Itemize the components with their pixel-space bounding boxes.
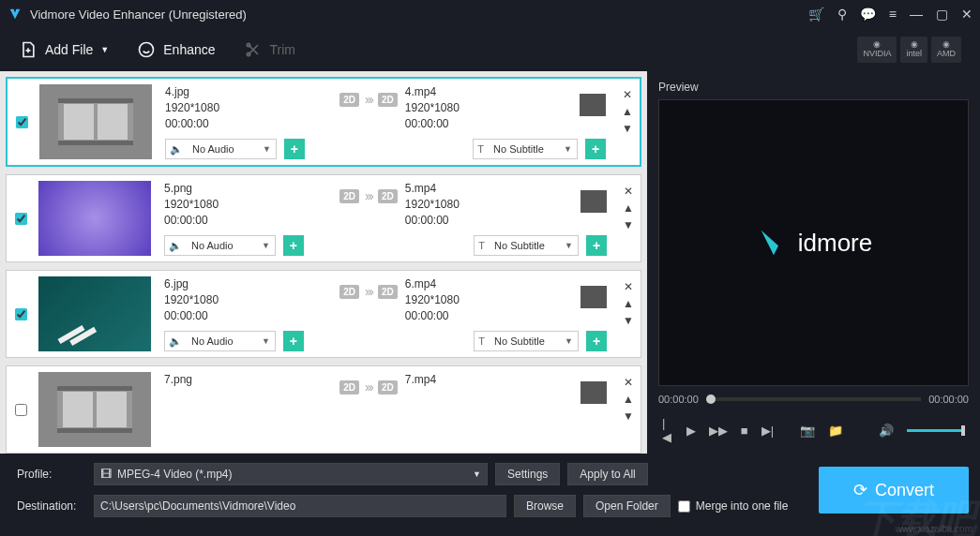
app-logo-icon (8, 7, 23, 22)
add-audio-button[interactable]: + (283, 331, 304, 351)
profile-value: MPEG-4 Video (*.mp4) (117, 468, 233, 481)
subtitle-icon: T (475, 240, 489, 251)
merge-checkbox-input[interactable] (678, 500, 690, 513)
timeline-row: 00:00:00 00:00:00 (658, 394, 969, 405)
settings-button[interactable]: Settings (495, 463, 560, 485)
menu-icon[interactable]: ≡ (889, 7, 897, 22)
item-checkbox[interactable] (15, 308, 27, 320)
arrow-icon: ››› (365, 380, 372, 395)
move-up-icon[interactable]: ▲ (623, 201, 634, 215)
playback-controls: |◀ ▶ ▶▶ ■ ▶| 📷 📁 🔊 (658, 416, 969, 444)
snapshot-icon[interactable]: 📷 (800, 424, 815, 438)
add-subtitle-button[interactable]: + (586, 235, 607, 256)
item-thumbnail (38, 276, 151, 351)
badge-2d-dest: 2D (378, 93, 398, 107)
add-audio-button[interactable]: + (283, 235, 304, 256)
remove-item-icon[interactable]: ✕ (623, 88, 632, 101)
subtitle-value: No Subtitle (489, 335, 560, 347)
conversion-indicator: 2D ››› 2D (339, 276, 398, 299)
preview-panel: Preview idmore 00:00:00 00:00:00 |◀ ▶ ▶▶… (647, 71, 980, 454)
timeline-slider[interactable] (706, 397, 921, 401)
minimize-icon[interactable]: — (910, 7, 923, 22)
list-item[interactable]: 6.jpg 1920*1080 00:00:00 2D ››› 2D 6.mp4… (6, 270, 641, 358)
prev-icon[interactable]: |◀ (662, 416, 673, 444)
add-file-icon (19, 40, 38, 59)
remove-item-icon[interactable]: ✕ (624, 185, 633, 198)
move-down-icon[interactable]: ▼ (623, 314, 634, 327)
conversion-indicator: 2D ››› 2D (339, 181, 398, 203)
play-icon[interactable]: ▶ (686, 424, 696, 438)
trim-icon (244, 40, 263, 59)
folder-icon[interactable]: 📁 (828, 424, 843, 438)
audio-dropdown[interactable]: 🔈 No Audio ▼ (164, 235, 276, 256)
audio-dropdown[interactable]: 🔈 No Audio ▼ (164, 331, 276, 351)
cart-icon[interactable]: 🛒 (808, 7, 824, 22)
item-checkbox[interactable] (16, 116, 28, 128)
subtitle-value: No Subtitle (489, 240, 560, 251)
destination-input[interactable]: C:\Users\pc\Documents\Vidmore\Video (94, 495, 506, 517)
dest-filename: 7.mp4 (405, 372, 573, 388)
svg-rect-4 (64, 104, 94, 140)
chevron-down-icon: ▼ (258, 144, 276, 154)
move-down-icon[interactable]: ▼ (623, 409, 634, 423)
list-item[interactable]: 7.png 2D ››› 2D 7.mp4 ✕ ▲ (6, 365, 641, 454)
subtitle-dropdown[interactable]: T No Subtitle ▼ (474, 235, 579, 256)
window-title: Vidmore Video Enhancer (Unregistered) (30, 7, 808, 22)
fast-forward-icon[interactable]: ▶▶ (709, 424, 728, 438)
profile-select[interactable]: 🎞 MPEG-4 Video (*.mp4) ▼ (94, 463, 488, 485)
key-icon[interactable]: ⚲ (837, 7, 847, 22)
source-filename: 7.png (164, 372, 332, 388)
open-folder-button[interactable]: Open Folder (583, 495, 671, 517)
dest-info: 6.mp4 1920*1080 00:00:00 (405, 276, 573, 323)
move-up-icon[interactable]: ▲ (622, 105, 633, 118)
source-resolution: 1920*1080 (165, 100, 332, 116)
item-info: 4.jpg 1920*1080 00:00:00 2D ››› 2D 4.mp4… (156, 79, 615, 165)
move-up-icon[interactable]: ▲ (623, 297, 634, 310)
item-checkbox[interactable] (15, 213, 27, 225)
remove-item-icon[interactable]: ✕ (624, 376, 633, 389)
volume-slider[interactable] (907, 429, 965, 432)
dest-resolution: 1920*1080 (405, 197, 573, 213)
chevron-down-icon: ▼ (257, 241, 275, 250)
trim-button[interactable]: Trim (244, 40, 295, 59)
remove-item-icon[interactable]: ✕ (624, 280, 633, 293)
add-audio-button[interactable]: + (284, 139, 305, 159)
add-file-button[interactable]: Add File ▼ (19, 40, 109, 59)
trim-label: Trim (270, 42, 295, 57)
volume-icon[interactable]: 🔊 (879, 424, 894, 438)
list-item[interactable]: 5.png 1920*1080 00:00:00 2D ››› 2D 5.mp4… (6, 174, 641, 262)
next-icon[interactable]: ▶| (761, 424, 774, 438)
format-icon (580, 190, 607, 213)
audio-dropdown[interactable]: 🔈 No Audio ▼ (165, 139, 277, 159)
speaker-icon: 🔈 (165, 335, 186, 348)
apply-to-all-button[interactable]: Apply to All (567, 463, 647, 485)
add-subtitle-button[interactable]: + (586, 331, 607, 351)
stop-icon[interactable]: ■ (741, 424, 748, 438)
merge-checkbox[interactable]: Merge into one file (678, 499, 789, 513)
subtitle-dropdown[interactable]: T No Subtitle ▼ (473, 139, 578, 159)
audio-value: No Audio (186, 240, 257, 251)
move-down-icon[interactable]: ▼ (623, 218, 634, 231)
dest-info: 7.mp4 (405, 372, 573, 388)
move-down-icon[interactable]: ▼ (622, 122, 633, 135)
file-list-panel: 4.jpg 1920*1080 00:00:00 2D ››› 2D 4.mp4… (0, 71, 647, 454)
watermark-url: www.xiazaiba.com (896, 524, 972, 534)
item-checkbox[interactable] (15, 404, 27, 416)
source-filename: 5.png (164, 181, 332, 197)
add-subtitle-button[interactable]: + (585, 139, 606, 159)
svg-rect-6 (58, 98, 133, 103)
close-icon[interactable]: ✕ (961, 7, 972, 22)
enhance-button[interactable]: Enhance (137, 40, 215, 59)
convert-button[interactable]: ⟳ Convert (819, 467, 969, 514)
list-item[interactable]: 4.jpg 1920*1080 00:00:00 2D ››› 2D 4.mp4… (6, 77, 641, 167)
browse-button[interactable]: Browse (514, 495, 576, 517)
feedback-icon[interactable]: 💬 (860, 7, 876, 22)
badge-2d-source: 2D (339, 285, 359, 299)
item-checkbox-cell (7, 366, 35, 453)
dest-duration: 00:00:00 (405, 116, 572, 132)
dest-duration: 00:00:00 (405, 213, 573, 229)
move-up-icon[interactable]: ▲ (623, 393, 634, 406)
maximize-icon[interactable]: ▢ (936, 7, 948, 22)
svg-rect-7 (58, 141, 133, 145)
subtitle-dropdown[interactable]: T No Subtitle ▼ (474, 331, 579, 351)
